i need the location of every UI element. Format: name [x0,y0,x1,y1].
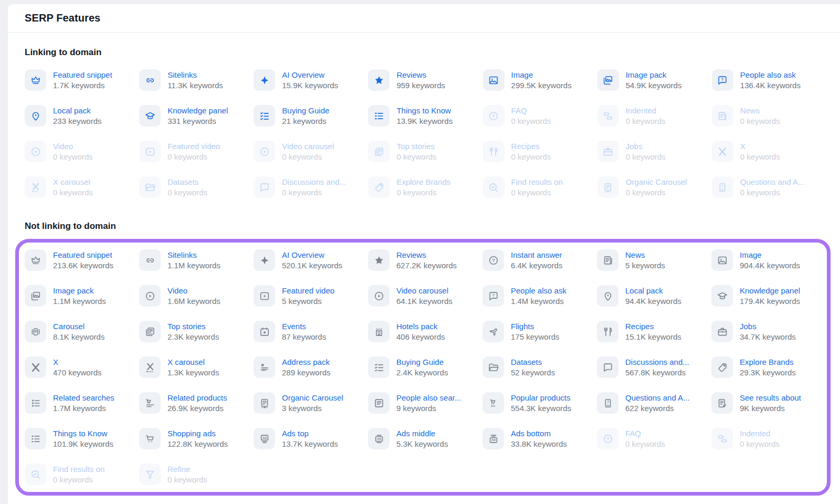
feature-discussions-and: Discussions and...0 keywords [254,176,365,198]
feature-link[interactable]: Image pack [626,70,682,80]
feature-link[interactable]: Video [167,286,220,296]
feature-address-pack: ***Address pack289 keywords [254,356,365,378]
feature-link[interactable]: Related searches [53,393,114,403]
feature-link[interactable]: Top stories [167,322,219,331]
feature-link[interactable]: Things to Know [53,429,113,438]
feature-link[interactable]: Questions and A... [625,393,690,403]
feature-text: Organic Carousel3 keywords [282,393,343,413]
ai-sparkle-icon [254,69,275,91]
feature-text: Things to Know101.9K keywords [53,429,113,449]
feature-image: Image299.5K keywords [483,69,594,91]
feature-link[interactable]: News [625,250,665,260]
feature-text: Find results on0 keywords [511,177,563,197]
feature-link[interactable]: Ads bottom [511,429,567,438]
feature-link[interactable]: Buying Guide [396,358,448,367]
feature-ai-overview: AI Overview520.1K keywords [254,249,365,271]
feature-text: X470 keywords [53,358,102,377]
feature-text: Things to Know13.9K keywords [396,106,453,126]
feature-link[interactable]: Discussions and... [625,358,689,367]
feature-link[interactable]: People also sear... [396,393,461,403]
feature-count: 0 keywords [740,439,780,449]
feature-link: Jobs [626,142,666,151]
feature-count: 1.1M keywords [167,261,220,270]
feature-link[interactable]: X carousel [167,358,219,367]
feature-link[interactable]: Popular products [511,393,571,403]
address-list-icon: *** [254,356,275,378]
feature-featured-video: Featured video0 keywords [139,141,250,162]
feature-count: 33.8K keywords [511,439,567,449]
cutlery-icon [597,321,618,342]
feature-link[interactable]: Carousel [53,322,104,331]
feature-link[interactable]: Reviews [396,250,457,260]
feature-link[interactable]: AI Overview [282,250,342,260]
feature-image-pack: Image pack54.9K keywords [597,69,709,91]
feature-link[interactable]: Video carousel [396,286,453,296]
feature-link[interactable]: Sitelinks [167,70,223,80]
feature-find-results-on: Find results on0 keywords [483,176,594,198]
feature-count: 3 keywords [282,404,343,413]
feature-link[interactable]: Instant answer [511,250,562,260]
indented-results-icon [597,105,619,127]
feature-link[interactable]: Image [511,70,572,80]
feature-link[interactable]: Image [740,250,800,260]
feature-link[interactable]: Recipes [625,322,681,331]
graduation-cap-icon [711,285,733,307]
feature-link[interactable]: AI Overview [282,70,338,80]
not-linking-section: Not linking to domain Featured snippet21… [8,198,840,496]
indented-results-icon [711,428,733,449]
feature-link[interactable]: Datasets [511,358,555,367]
feature-count: 0 keywords [511,188,563,197]
question-circle-icon: ? [482,249,504,271]
feature-count: 179.4K keywords [740,297,800,306]
feature-link[interactable]: Reviews [396,70,445,80]
feature-count: 233 keywords [53,117,102,126]
feature-link[interactable]: Featured video [282,286,334,296]
feature-video-carousel: Video carousel0 keywords [254,141,365,162]
feature-link[interactable]: Explore Brands [740,358,796,367]
feature-link[interactable]: X [53,358,102,367]
feature-count: 213.6K keywords [53,261,113,270]
feature-text: See results about9K keywords [740,393,801,413]
feature-link[interactable]: Things to Know [396,106,453,116]
linking-heading: Linking to domain [25,33,823,58]
feature-text: Flights175 keywords [511,322,560,342]
feature-link[interactable]: Shopping ads [167,429,228,438]
feature-link[interactable]: Sitelinks [167,250,220,260]
feature-link[interactable]: People also ask [740,70,801,80]
feature-news: News5 keywords [597,249,708,271]
feature-text: Video1.6M keywords [167,286,220,306]
feature-link[interactable]: Buying Guide [282,106,329,116]
feature-link[interactable]: Events [282,322,326,331]
feature-text: X carousel1.3K keywords [167,358,219,377]
link-icon [139,69,161,91]
feature-image-pack: Image pack1.1M keywords [25,285,136,307]
feature-link[interactable]: Related products [167,393,227,403]
feature-featured-snippet: Featured snippet1.7K keywords [25,69,136,91]
feature-link[interactable]: Hotels pack [396,322,445,331]
feature-link[interactable]: Knowledge panel [167,106,228,116]
feature-link[interactable]: Image pack [53,286,106,296]
feature-link[interactable]: Address pack [282,358,331,367]
feature-explore-brands: Explore Brands29.3K keywords [711,356,823,378]
feature-count: 0 keywords [511,117,551,126]
feature-text: Discussions and...0 keywords [282,177,346,197]
feature-link[interactable]: See results about [740,393,801,403]
feature-link[interactable]: Featured snippet [53,250,113,260]
feature-count: 13.7K keywords [282,439,338,449]
feature-link[interactable]: Local pack [53,106,102,116]
feature-text: Buying Guide2.4K keywords [396,358,448,377]
feature-link[interactable]: Ads middle [396,429,448,438]
folder-open-icon [139,176,161,198]
feature-count: 904.4K keywords [740,261,800,270]
feature-link[interactable]: People also ask [511,286,566,296]
feature-link[interactable]: Jobs [740,322,796,331]
feature-link[interactable]: Knowledge panel [740,286,800,296]
feature-link[interactable]: Featured snippet [53,70,112,80]
feature-link[interactable]: Ads top [282,429,338,438]
feature-count: 0 keywords [167,152,220,162]
feature-link[interactable]: Local pack [625,286,681,296]
feature-link[interactable]: Organic Carousel [282,393,343,403]
feature-link[interactable]: Flights [511,322,560,331]
feature-hotels-pack: Hotels pack406 keywords [368,321,479,342]
feature-link: X [740,142,780,151]
